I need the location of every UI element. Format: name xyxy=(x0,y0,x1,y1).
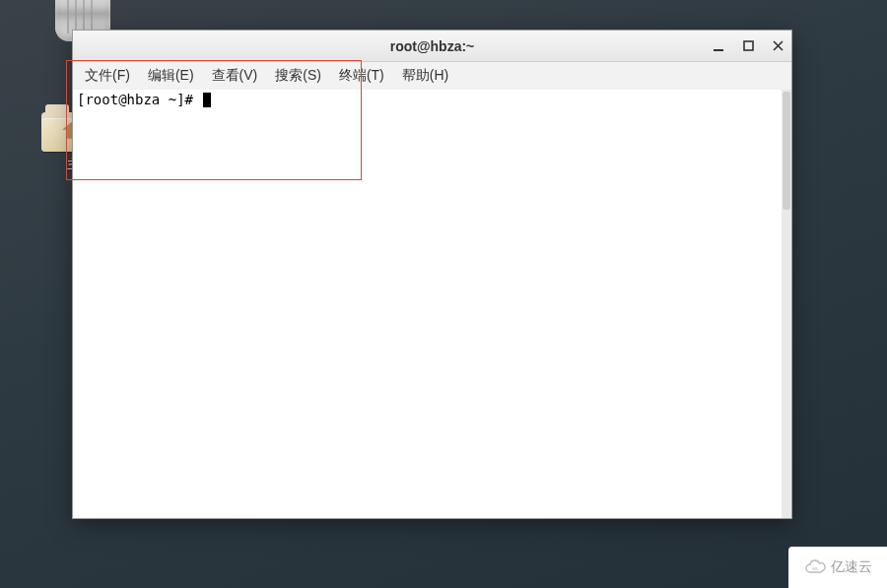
menu-search[interactable]: 搜索(S) xyxy=(269,65,327,87)
close-button[interactable] xyxy=(770,38,785,54)
menu-edit[interactable]: 编辑(E) xyxy=(142,65,200,87)
maximize-button[interactable] xyxy=(740,38,756,54)
menu-file[interactable]: 文件(F) xyxy=(79,65,136,87)
menu-view[interactable]: 查看(V) xyxy=(206,65,264,87)
terminal-window: root@hbza:~ 文件(F) 编辑(E) 查看(V) 搜索(S) 终端(T… xyxy=(72,30,792,519)
watermark-text: 亿速云 xyxy=(831,558,872,576)
menu-help[interactable]: 帮助(H) xyxy=(396,65,454,87)
shell-prompt: [root@hbza ~]# xyxy=(77,92,201,107)
window-controls xyxy=(711,31,785,61)
terminal-body[interactable]: [root@hbza ~]# xyxy=(73,90,791,518)
close-icon xyxy=(773,40,784,51)
cursor-icon xyxy=(203,93,211,107)
maximize-icon xyxy=(743,40,754,51)
minimize-button[interactable] xyxy=(711,38,726,54)
svg-rect-1 xyxy=(744,41,753,50)
menubar: 文件(F) 编辑(E) 查看(V) 搜索(S) 终端(T) 帮助(H) xyxy=(73,62,791,90)
window-titlebar[interactable]: root@hbza:~ xyxy=(73,31,791,62)
scrollbar-thumb[interactable] xyxy=(783,92,790,210)
svg-rect-0 xyxy=(714,49,723,51)
minimize-icon xyxy=(713,40,724,52)
svg-text:ss: ss xyxy=(812,565,818,571)
menu-terminal[interactable]: 终端(T) xyxy=(333,65,390,87)
window-title: root@hbza:~ xyxy=(390,38,475,54)
scrollbar[interactable] xyxy=(782,90,791,518)
cloud-icon: ss xyxy=(803,558,827,576)
watermark: ss 亿速云 xyxy=(788,547,887,588)
